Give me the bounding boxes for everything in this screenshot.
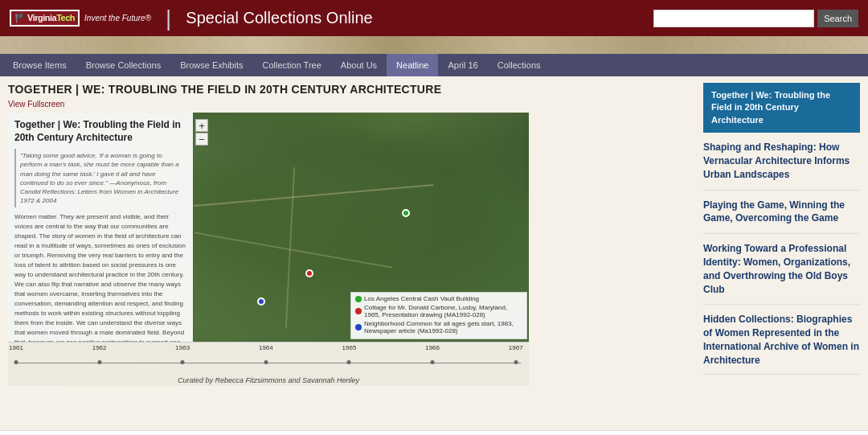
map-legend: Los Angeles Central Cash Vault Building … bbox=[350, 292, 527, 339]
content-area: TOGETHER | WE: TROUBLING THE FIELD IN 20… bbox=[0, 76, 868, 430]
hero-strip bbox=[0, 36, 868, 54]
nav-item-april-16[interactable]: April 16 bbox=[438, 54, 487, 76]
header: 🏴 VirginiaTech Invent the Future® | Spec… bbox=[0, 0, 868, 36]
exhibit-quote: "Taking some good advice, 'if a woman is… bbox=[14, 149, 186, 207]
search-button[interactable]: Search bbox=[817, 10, 858, 27]
main-panel: TOGETHER | WE: TROUBLING THE FIELD IN 20… bbox=[8, 83, 694, 424]
sidebar-link-3[interactable]: Working Toward a Professional Identity: … bbox=[703, 242, 860, 305]
site-title: Special Collections Online bbox=[186, 9, 645, 27]
sidebar-link-4[interactable]: Hidden Collections: Biographies of Women… bbox=[703, 313, 860, 374]
map-pin-red[interactable] bbox=[305, 269, 313, 277]
legend-item-green: Los Angeles Central Cash Vault Building bbox=[355, 295, 522, 302]
vt-logo: 🏴 VirginiaTech Invent the Future® bbox=[10, 10, 151, 26]
header-divider: | bbox=[166, 6, 171, 31]
legend-item-red: Cottage for Mr. Donald Carbone, Lusby, M… bbox=[355, 304, 522, 318]
nav-item-browse-collections[interactable]: Browse Collections bbox=[76, 54, 171, 76]
zoom-controls: + − bbox=[195, 119, 208, 146]
exhibit-container: Together | We: Troubling the Field in 20… bbox=[8, 113, 529, 386]
nav-item-browse-items[interactable]: Browse Items bbox=[3, 54, 76, 76]
timeline-bar: 1961 1962 1963 1964 1965 1966 1967 Curat bbox=[8, 342, 529, 386]
nav-item-browse-exhibits[interactable]: Browse Exhibits bbox=[170, 54, 252, 76]
nav-item-about-us[interactable]: About Us bbox=[331, 54, 387, 76]
map-pin-green[interactable] bbox=[402, 209, 410, 217]
view-fullscreen-link[interactable]: View Fullscreen bbox=[8, 100, 64, 109]
zoom-out-button[interactable]: − bbox=[195, 133, 208, 146]
sidebar-link-1[interactable]: Shaping and Reshaping: How Vernacular Ar… bbox=[703, 141, 860, 190]
curated-by-text: Curated by Rebecca Fitzsimmons and Savan… bbox=[16, 376, 521, 384]
nav-item-collection-tree[interactable]: Collection Tree bbox=[252, 54, 330, 76]
nav-item-neatline[interactable]: Neatline bbox=[387, 54, 438, 76]
search-input[interactable] bbox=[653, 10, 814, 27]
search-form: Search bbox=[653, 10, 858, 27]
vt-logo-box: 🏴 VirginiaTech bbox=[10, 10, 80, 26]
footer: Browse ItemsBrowse CollectionsBrowse Exh… bbox=[0, 430, 868, 435]
exhibit-text-panel: Together | We: Troubling the Field in 20… bbox=[8, 113, 193, 342]
legend-item-blue: Neighborhood Common for all ages gets st… bbox=[355, 320, 522, 334]
nav-item-collections[interactable]: Collections bbox=[488, 54, 551, 76]
exhibit-text-title: Together | We: Troubling the Field in 20… bbox=[14, 119, 186, 144]
map-pin-blue[interactable] bbox=[257, 298, 265, 306]
vt-tagline: Invent the Future® bbox=[84, 13, 151, 23]
exhibit-title: TOGETHER | WE: TROUBLING THE FIELD IN 20… bbox=[8, 83, 694, 96]
sidebar-featured-title: Together | We: Troubling the Field in 20… bbox=[703, 83, 860, 133]
zoom-in-button[interactable]: + bbox=[195, 119, 208, 132]
exhibit-body-text: Women matter. They are present and visib… bbox=[14, 212, 186, 342]
right-sidebar: Together | We: Troubling the Field in 20… bbox=[703, 83, 860, 424]
nav: Browse ItemsBrowse CollectionsBrowse Exh… bbox=[0, 54, 868, 76]
sidebar-link-2[interactable]: Playing the Game, Winning the Game, Over… bbox=[703, 199, 860, 235]
